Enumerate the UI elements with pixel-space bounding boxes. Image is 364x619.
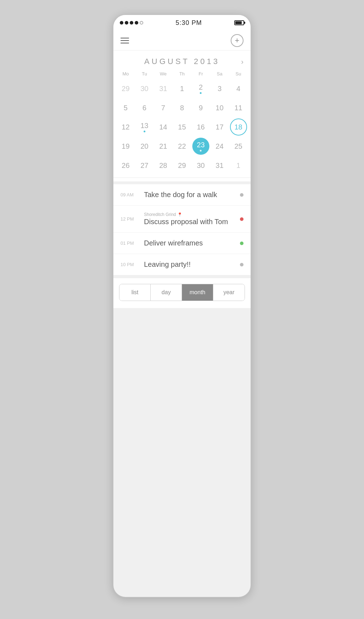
day-number: 16	[197, 123, 205, 131]
day-number: 7	[161, 104, 165, 112]
calendar-day-4-0[interactable]: 26	[116, 156, 135, 175]
tab-month[interactable]: month	[182, 284, 213, 301]
calendar-day-3-3[interactable]: 22	[173, 137, 192, 155]
day-number: 21	[159, 142, 167, 150]
calendar-day-2-3[interactable]: 15	[173, 118, 192, 136]
event-title: Discuss proposal with Tom	[144, 218, 234, 226]
calendar-day-2-0[interactable]: 12	[116, 118, 135, 136]
calendar-day-4-3[interactable]: 29	[173, 156, 192, 175]
add-event-button[interactable]: +	[231, 34, 243, 47]
day-dot-indicator	[200, 92, 202, 94]
calendar-day-3-4[interactable]: 23	[191, 137, 210, 155]
calendar-section: AUGUST 2013 › Mo Tu We Th Fr Sa Su 29303…	[113, 51, 251, 181]
event-item-0[interactable]: 09 AMTake the dog for a walk	[113, 184, 251, 206]
weekday-mo: Mo	[116, 70, 135, 78]
calendar-day-4-6[interactable]: 1	[229, 156, 248, 175]
hamburger-line-2	[121, 40, 129, 41]
calendar-day-1-5[interactable]: 10	[210, 99, 229, 117]
event-time: 09 AM	[121, 192, 138, 197]
tab-year[interactable]: year	[213, 284, 245, 301]
calendar-day-3-6[interactable]: 25	[229, 137, 248, 155]
calendar-day-4-1[interactable]: 27	[135, 156, 154, 175]
status-bar: 5:30 PM	[113, 15, 251, 31]
tab-day[interactable]: day	[151, 284, 182, 301]
day-number: 13	[140, 122, 148, 130]
weekday-sa: Sa	[210, 70, 229, 78]
day-number: 12	[122, 123, 129, 131]
calendar-day-3-0[interactable]: 19	[116, 137, 135, 155]
calendar-day-3-2[interactable]: 21	[154, 137, 173, 155]
calendar-day-0-5[interactable]: 3	[210, 79, 229, 98]
tab-list[interactable]: list	[119, 284, 151, 301]
calendar-day-2-5[interactable]: 17	[210, 118, 229, 136]
weekday-tu: Tu	[135, 70, 154, 78]
calendar-day-1-2[interactable]: 7	[154, 99, 173, 117]
event-time: 12 PM	[121, 216, 138, 222]
calendar-grid: 2930311234567891011121314151617181920212…	[113, 79, 251, 175]
day-dot-indicator	[144, 131, 145, 132]
day-number: 31	[159, 85, 167, 93]
event-color-dot	[240, 193, 243, 197]
calendar-day-0-2[interactable]: 31	[154, 79, 173, 98]
calendar-day-0-0[interactable]: 29	[116, 79, 135, 98]
event-color-dot	[240, 263, 243, 266]
day-number: 1	[236, 162, 240, 170]
day-number: 22	[178, 142, 186, 150]
day-number: 5	[124, 104, 128, 112]
calendar-day-0-1[interactable]: 30	[135, 79, 154, 98]
calendar-day-2-2[interactable]: 14	[154, 118, 173, 136]
calendar-day-1-4[interactable]: 9	[191, 99, 210, 117]
day-number: 9	[199, 104, 203, 112]
day-number: 2	[199, 83, 203, 91]
phone-frame: 5:30 PM + AUGUST 2013 › Mo Tu We Th Fr S…	[113, 14, 251, 598]
weekday-th: Th	[173, 70, 192, 78]
calendar-day-2-1[interactable]: 13	[135, 118, 154, 136]
battery-icon	[234, 20, 244, 25]
calendar-day-4-4[interactable]: 30	[191, 156, 210, 175]
day-number: 19	[122, 142, 129, 150]
event-color-dot	[240, 217, 243, 221]
day-number: 24	[216, 142, 224, 150]
day-number: 11	[234, 104, 242, 112]
day-number: 27	[140, 162, 148, 170]
menu-button[interactable]	[121, 38, 129, 43]
event-item-1[interactable]: 12 PMShoreditch Grind 📍Discuss proposal …	[113, 206, 251, 233]
month-title: AUGUST 2013	[144, 57, 220, 66]
calendar-day-1-0[interactable]: 5	[116, 99, 135, 117]
event-item-3[interactable]: 10 PMLeaving party!!	[113, 254, 251, 275]
calendar-day-0-6[interactable]: 4	[229, 79, 248, 98]
next-month-button[interactable]: ›	[241, 58, 243, 66]
calendar-day-1-1[interactable]: 6	[135, 99, 154, 117]
day-number: 10	[216, 104, 224, 112]
day-number: 14	[159, 123, 167, 131]
calendar-day-3-5[interactable]: 24	[210, 137, 229, 155]
status-time: 5:30 PM	[176, 19, 202, 27]
tab-bar-inner: listdaymonthyear	[119, 284, 245, 301]
signal-dot-5	[140, 21, 143, 25]
day-number: 15	[178, 123, 186, 131]
day-number: 17	[216, 123, 224, 131]
calendar-header: AUGUST 2013 ›	[113, 51, 251, 70]
day-number: 4	[236, 85, 240, 93]
calendar-day-1-3[interactable]: 8	[173, 99, 192, 117]
calendar-day-2-6[interactable]: 18	[229, 118, 248, 136]
calendar-day-0-4[interactable]: 2	[191, 79, 210, 98]
hamburger-line-3	[121, 43, 129, 43]
event-details: Leaving party!!	[144, 260, 234, 269]
day-number: 29	[122, 85, 129, 93]
day-number: 25	[234, 142, 242, 150]
day-number: 23	[197, 141, 205, 149]
event-title: Take the dog for a walk	[144, 191, 234, 199]
add-icon: +	[235, 36, 240, 45]
day-number: 28	[159, 162, 167, 170]
calendar-day-1-6[interactable]: 11	[229, 99, 248, 117]
event-color-dot	[240, 242, 243, 245]
calendar-day-3-1[interactable]: 20	[135, 137, 154, 155]
event-item-2[interactable]: 01 PMDeliver wireframes	[113, 233, 251, 254]
calendar-day-4-5[interactable]: 31	[210, 156, 229, 175]
calendar-day-4-2[interactable]: 28	[154, 156, 173, 175]
calendar-day-2-4[interactable]: 16	[191, 118, 210, 136]
calendar-divider	[113, 178, 251, 178]
signal-dot-2	[125, 21, 128, 25]
calendar-day-0-3[interactable]: 1	[173, 79, 192, 98]
